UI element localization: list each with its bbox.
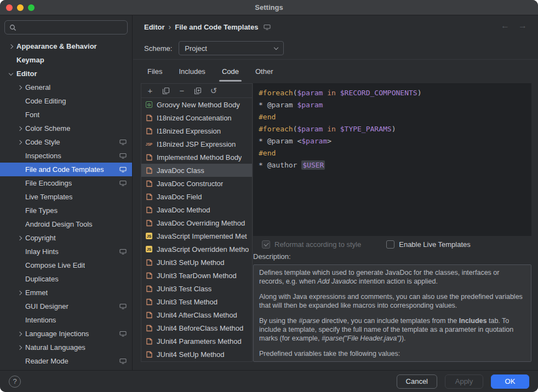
template-file-icon [145,271,153,280]
help-button[interactable]: ? [9,376,21,388]
template-item-javadoc-constructor[interactable]: JavaDoc Constructor [141,177,252,190]
tab-code[interactable]: Code [216,63,244,82]
tree-item-inlay-hints[interactable]: Inlay Hints [0,245,132,258]
tree-item-emmet[interactable]: Emmet [0,286,132,299]
tab-includes[interactable]: Includes [173,63,210,82]
code-line: * @author $USER [259,159,526,171]
template-item-junit3-setup-method[interactable]: JUnit3 SetUp Method [141,256,252,269]
forward-button[interactable]: → [518,21,527,31]
chevron-down-icon [274,45,278,49]
template-item-javadoc-field[interactable]: JavaDoc Field [141,190,252,203]
chevron-right-icon[interactable] [5,45,16,48]
tree-item-intentions[interactable]: Intentions [0,313,132,327]
per-project-settings-icon [119,180,127,186]
chevron-right-icon[interactable] [14,127,25,130]
description-box[interactable]: Defines template which used to generate … [253,264,531,362]
template-item-implemented-method-body[interactable]: Implemented Method Body [141,151,252,164]
chevron-right-icon[interactable] [14,86,25,89]
scheme-label: Scheme: [144,44,172,53]
template-item-label: JUnit3 Test Method [157,298,218,306]
tree-item-label: File Encodings [25,179,72,187]
tree-item-reader-mode[interactable]: Reader Mode [0,354,132,368]
scheme-dropdown[interactable]: Project [179,41,284,55]
groovy-file-icon: G [145,100,153,109]
tree-item-editor[interactable]: Editor [0,67,132,80]
fullscreen-window-button[interactable] [28,4,35,11]
template-item-junit4-setup-method[interactable]: JUnit4 SetUp Method [141,348,252,361]
enable-live-templates-checkbox[interactable]: Enable Live Templates [386,240,471,249]
tree-item-label: Inspections [25,152,61,160]
template-item-javascript-implemented-met[interactable]: JSJavaScript Implemented Met [141,229,252,243]
minimize-window-button[interactable] [17,4,24,11]
chevron-right-icon[interactable] [14,141,25,144]
tree-item-android-design-tools[interactable]: Android Design Tools [0,217,132,231]
back-button[interactable]: ← [501,21,510,31]
template-item-junit4-afterclass-method[interactable]: JUnit4 AfterClass Method [141,308,252,321]
tree-item-color-scheme[interactable]: Color Scheme [0,122,132,135]
add-template-button[interactable]: + [146,87,154,95]
chevron-right-icon[interactable] [14,332,25,336]
tree-item-general[interactable]: General [0,80,132,94]
breadcrumb-editor[interactable]: Editor [144,23,165,31]
reset-template-button[interactable]: ↺ [209,87,218,95]
template-item-junit3-teardown-method[interactable]: JUnit3 TearDown Method [141,269,252,282]
tree-item-file-and-code-templates[interactable]: File and Code Templates [0,163,132,176]
tree-item-file-encodings[interactable]: File Encodings [0,176,132,190]
tree-item-label: Language Injections [25,330,89,338]
tree-item-label: Color Scheme [25,124,70,132]
template-code-editor[interactable]: #foreach($param in $RECORD_COMPONENTS) *… [253,83,531,236]
template-item-junit3-test-class[interactable]: JUnit3 Test Class [141,282,252,295]
tree-item-appearance-behavior[interactable]: Appearance & Behavior [0,39,132,53]
search-input[interactable] [20,24,123,32]
tree-item-live-templates[interactable]: Live Templates [0,190,132,204]
template-item-javadoc-overriding-method[interactable]: JavaDoc Overriding Method [141,216,252,229]
template-item-groovy-new-method-body[interactable]: GGroovy New Method Body [141,98,252,111]
ok-button[interactable]: OK [491,374,529,389]
reformat-checkbox[interactable]: Reformat according to style [262,240,361,249]
copy-template-button[interactable] [162,87,170,95]
template-item-label: JavaDoc Constructor [157,180,223,188]
tree-item-font[interactable]: Font [0,108,132,122]
tree-item-copyright[interactable]: Copyright [0,231,132,245]
template-item-junit3-test-method[interactable]: JUnit3 Test Method [141,295,252,308]
template-item-javadoc-class[interactable]: JavaDoc Class [141,164,252,177]
tab-files[interactable]: Files [142,63,168,82]
template-item-i18nized-concatenation[interactable]: I18nized Concatenation [141,111,252,124]
template-item-junit4-parameters-method[interactable]: JUnit4 Parameters Method [141,335,252,348]
per-project-settings-icon [119,153,127,159]
description-paragraph: Defines template which used to generate … [259,268,525,286]
settings-sidebar: Appearance & BehaviorKeymapEditorGeneral… [0,15,133,370]
tree-item-code-style[interactable]: Code Style [0,135,132,149]
description-paragraph: Predefined variables take the following … [259,349,525,358]
template-item-i18nized-jsp-expression[interactable]: JSPI18nized JSP Expression [141,137,252,151]
tree-item-compose-live-edit[interactable]: Compose Live Edit [0,258,132,272]
apply-button[interactable]: Apply [445,374,483,389]
template-item-junit4-beforeclass-method[interactable]: JUnit4 BeforeClass Method [141,321,252,335]
template-item-javadoc-method[interactable]: JavaDoc Method [141,203,252,216]
template-item-javascript-overridden-metho[interactable]: JSJavaScript Overridden Metho [141,243,252,256]
chevron-right-icon[interactable] [14,346,25,349]
tree-item-code-editing[interactable]: Code Editing [0,94,132,108]
tree-item-file-types[interactable]: File Types [0,204,132,217]
checkbox-unchecked-icon [386,240,394,249]
tree-item-duplicates[interactable]: Duplicates [0,272,132,286]
chevron-right-icon[interactable] [14,237,25,240]
remove-template-button[interactable]: − [178,87,186,95]
code-line: * @param $param [259,99,526,111]
cancel-button[interactable]: Cancel [397,374,437,389]
tree-item-natural-languages[interactable]: Natural Languages [0,341,132,354]
chevron-down-icon[interactable] [5,73,16,75]
chevron-right-icon[interactable] [14,291,25,295]
close-window-button[interactable] [6,4,13,11]
tab-other[interactable]: Other [250,63,279,82]
tree-item-label: Compose Live Edit [25,261,85,269]
template-item-label: JUnit3 TearDown Method [157,272,237,280]
tree-item-language-injections[interactable]: Language Injections [0,327,132,341]
tree-item-gui-designer[interactable]: GUI Designer [0,299,132,313]
settings-search-field[interactable] [4,20,128,34]
template-item-label: JUnit3 SetUp Method [157,258,225,267]
duplicate-template-button[interactable] [193,87,202,95]
tree-item-inspections[interactable]: Inspections [0,149,132,163]
tree-item-keymap[interactable]: Keymap [0,53,132,67]
template-item-i18nized-expression[interactable]: I18nized Expression [141,124,252,137]
